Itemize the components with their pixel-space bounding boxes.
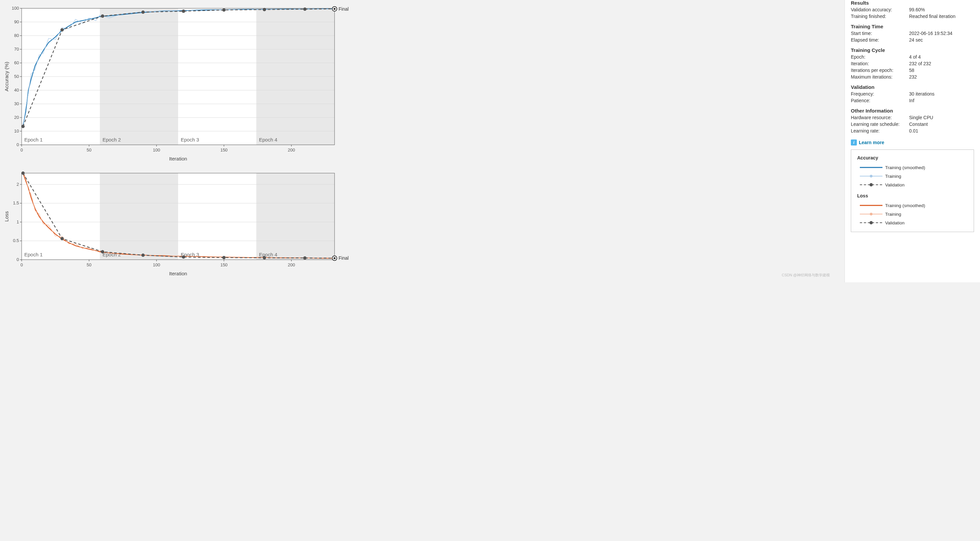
svg-point-58: [303, 7, 307, 11]
legend-train-smooth-acc-label: Training (smoothed): [885, 165, 925, 170]
legend-train-smooth-loss-swatch: [857, 202, 885, 209]
svg-text:30: 30: [14, 101, 19, 106]
svg-text:90: 90: [14, 19, 19, 24]
start-time-value: 2022-06-16 19:52:34: [909, 31, 952, 36]
svg-point-103: [262, 256, 266, 259]
cycle-title: Training Cycle: [851, 47, 974, 53]
svg-point-102: [222, 256, 226, 259]
svg-text:200: 200: [288, 148, 295, 153]
svg-point-119: [870, 221, 873, 224]
svg-text:Iteration: Iteration: [169, 270, 187, 276]
legend-train-smooth-acc-swatch: [857, 164, 885, 171]
svg-text:0.5: 0.5: [13, 238, 19, 243]
legend-val-acc-label: Validation: [885, 183, 904, 188]
validation-title: Validation: [851, 84, 974, 90]
svg-point-56: [222, 8, 226, 12]
svg-text:Loss: Loss: [4, 211, 9, 222]
epoch-value: 4 of 4: [909, 54, 921, 60]
lr-value: 0.01: [909, 128, 918, 134]
hw-label: Hardware resource:: [851, 115, 909, 120]
elapsed-label: Elapsed time:: [851, 37, 909, 43]
svg-point-60: [334, 8, 336, 10]
svg-text:Epoch 1: Epoch 1: [24, 252, 43, 257]
svg-point-97: [21, 172, 25, 175]
svg-text:40: 40: [14, 88, 19, 92]
svg-text:50: 50: [14, 74, 19, 79]
svg-text:80: 80: [14, 33, 19, 38]
svg-text:Epoch 4: Epoch 4: [259, 252, 277, 257]
info-icon: i: [851, 140, 857, 145]
svg-text:Epoch 4: Epoch 4: [259, 137, 277, 143]
time-title: Training Time: [851, 24, 974, 29]
svg-text:1.5: 1.5: [13, 200, 19, 205]
svg-text:Accuracy (%): Accuracy (%): [4, 62, 9, 91]
elapsed-value: 24 sec: [909, 37, 923, 43]
svg-text:200: 200: [288, 263, 295, 267]
learn-more-link[interactable]: i Learn more: [851, 140, 974, 145]
svg-point-100: [142, 253, 145, 257]
svg-text:100: 100: [12, 6, 19, 11]
legend-accuracy-title: Accuracy: [857, 155, 968, 161]
svg-text:150: 150: [220, 148, 228, 153]
svg-text:2: 2: [17, 182, 19, 187]
svg-text:0: 0: [20, 263, 23, 267]
freq-label: Frequency:: [851, 91, 909, 97]
legend-box: Accuracy Training (smoothed) Training Va…: [851, 150, 974, 232]
hw-value: Single CPU: [909, 115, 933, 120]
svg-point-54: [142, 10, 145, 14]
legend-loss-title: Loss: [857, 193, 968, 199]
patience-label: Patience:: [851, 98, 909, 103]
svg-text:70: 70: [14, 47, 19, 52]
val-acc-label: Validation accuracy:: [851, 7, 909, 12]
finished-label: Training finished:: [851, 14, 909, 19]
svg-text:0: 0: [17, 257, 19, 262]
loss-chart: 00.511.52050100150200Epoch 1Epoch 2Epoch…: [3, 168, 838, 279]
svg-point-98: [60, 237, 64, 240]
maxiter-value: 232: [909, 74, 917, 80]
svg-text:Epoch 1: Epoch 1: [24, 137, 43, 143]
svg-text:0: 0: [17, 142, 19, 147]
legend-train-loss-label: Training: [885, 212, 901, 217]
svg-point-104: [303, 256, 307, 260]
svg-text:Epoch 2: Epoch 2: [103, 137, 121, 143]
legend-val-acc-swatch: [857, 181, 885, 188]
svg-text:Iteration: Iteration: [169, 156, 187, 161]
svg-text:100: 100: [153, 148, 160, 153]
other-title: Other Information: [851, 108, 974, 113]
legend-train-loss-swatch: [857, 211, 885, 217]
svg-text:0: 0: [20, 148, 23, 153]
iter-label: Iteration:: [851, 61, 909, 66]
svg-point-53: [101, 14, 104, 18]
info-panel: Results Validation accuracy:99.60% Train…: [845, 0, 980, 282]
lrs-label: Learning rate schedule:: [851, 121, 909, 127]
legend-train-smooth-loss-label: Training (smoothed): [885, 203, 925, 208]
svg-point-51: [21, 125, 25, 128]
freq-value: 30 iterations: [909, 91, 934, 97]
ipe-label: Iterations per epoch:: [851, 68, 909, 73]
ipe-value: 58: [909, 68, 915, 73]
iter-value: 232 of 232: [909, 61, 931, 66]
svg-point-117: [870, 213, 872, 215]
lr-label: Learning rate:: [851, 128, 909, 134]
learn-more-label: Learn more: [859, 140, 884, 145]
svg-text:50: 50: [87, 148, 91, 153]
patience-value: Inf: [909, 98, 915, 103]
svg-rect-66: [256, 173, 334, 260]
svg-text:50: 50: [87, 263, 91, 267]
svg-text:1: 1: [17, 220, 19, 224]
svg-text:10: 10: [14, 129, 19, 134]
svg-text:60: 60: [14, 60, 19, 65]
val-acc-value: 99.60%: [909, 7, 925, 12]
svg-point-114: [870, 183, 873, 186]
finished-value: Reached final iteration: [909, 14, 955, 19]
svg-point-112: [870, 175, 872, 177]
legend-train-acc-label: Training: [885, 174, 901, 179]
svg-rect-65: [100, 173, 178, 260]
epoch-label: Epoch:: [851, 54, 909, 60]
svg-point-99: [101, 250, 104, 253]
legend-val-loss-label: Validation: [885, 220, 904, 225]
maxiter-label: Maximum iterations:: [851, 74, 909, 80]
watermark: CSDN @神经网络与数学建模: [782, 273, 830, 278]
svg-point-55: [182, 10, 185, 13]
svg-point-101: [182, 255, 185, 259]
